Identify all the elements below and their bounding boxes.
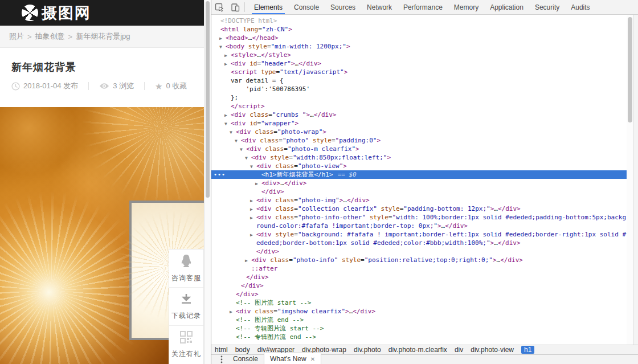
expand-arrow-open-icon[interactable]: ▼ [230,128,232,137]
devtools-tab-security[interactable]: Security [529,0,565,14]
dom-breadcrumb-item[interactable]: div [455,346,463,354]
expand-arrow-closed-icon[interactable]: ▶ [230,308,232,316]
site-logo[interactable]: 摄图网 [22,3,91,23]
dom-tree-node[interactable]: </div> [211,273,627,281]
dom-tree-node[interactable]: }; [211,93,627,102]
drawer-tab-whats-new[interactable]: What's New ✕ [264,353,321,364]
dom-tree-node[interactable]: </div> [211,290,627,298]
expand-arrow-closed-icon[interactable]: ▶ [219,34,222,43]
dom-breadcrumb-item[interactable]: h1 [521,346,534,354]
dom-tree-node[interactable]: <!-- 专辑图片流 end --> [211,333,627,341]
dom-breadcrumb-item[interactable]: div.photo-view [471,346,514,354]
devtools-tab-application[interactable]: Application [484,0,529,14]
devtools-tab-elements[interactable]: Elements [248,0,288,14]
code-token: <div [231,111,250,118]
dom-tree-node[interactable]: ▶<div class="photo-img">…</div> [211,196,627,205]
devtools-tab-sources[interactable]: Sources [325,0,361,14]
dom-tree-node[interactable]: ▼<div class="photo-view"> [211,162,627,170]
dom-tree-node[interactable]: ▶<div>…</div> [211,179,627,187]
code-token: = [289,154,293,161]
code-token: <!-- 图片流 start --> [236,299,311,306]
devtools-tab-memory[interactable]: Memory [448,0,484,14]
devtools-tab-performance[interactable]: Performance [398,0,448,14]
dom-tree-node[interactable]: ▶<div class="crumbs ">…</div> [211,111,627,119]
page-scrollbar-thumb[interactable] [206,1,210,198]
device-toolbar-button[interactable] [227,0,243,14]
dom-tree-node-selected[interactable]: •••<h1>新年烟花背景</h1>== $0 [211,170,627,179]
dom-tree-node[interactable]: ▶<div class="imgshow clearfix">…</div> [211,307,627,316]
qr-code-icon [180,331,193,346]
dom-tree-node[interactable]: <script type="text/javascript"> [211,68,627,76]
dom-breadcrumb-item[interactable]: div.photo-m.clearfix [388,346,447,354]
dom-tree-node[interactable]: </div> [211,247,627,256]
expand-arrow-closed-icon[interactable]: ▶ [250,231,253,239]
download-history-button[interactable]: 下载记录 [169,288,203,326]
expand-arrow-open-icon[interactable]: ▼ [235,137,238,145]
dom-tree-node[interactable]: </div> [211,281,627,290]
expand-arrow-open-icon[interactable]: ▼ [219,43,222,51]
devtools-tab-audits[interactable]: Audits [565,0,595,14]
follow-gift-button[interactable]: 关注有礼 [169,326,203,364]
star-icon[interactable]: ★ [155,82,162,91]
dom-tree-node[interactable]: <!DOCTYPE html> [211,17,627,25]
dom-tree-node[interactable]: 'pid':'500786395' [211,85,627,93]
selected-node-dots-icon[interactable]: ••• [214,170,226,179]
dom-tree-node[interactable]: <!-- 图片流 end --> [211,316,627,324]
code-token: … [280,179,284,187]
dom-tree-node[interactable]: ▶<head>…</head> [211,34,627,42]
dom-tree-node[interactable]: </div> [211,187,627,196]
dom-tree-node[interactable]: ▼<body style="min-width: 1200px;"> [211,42,627,51]
expand-arrow-closed-icon[interactable]: ▶ [224,111,227,120]
drawer-menu-icon[interactable] [216,355,227,364]
code-token: style [313,137,332,144]
expand-arrow-closed-icon[interactable]: ▶ [255,179,258,188]
code-token: </h1> [314,171,333,178]
devtools-tab-network[interactable]: Network [361,0,398,14]
dom-tree-node[interactable]: <!-- 图片流 start --> [211,298,627,307]
expand-arrow-open-icon[interactable]: ▼ [240,145,243,154]
expand-arrow-closed-icon[interactable]: ▶ [245,256,248,265]
dom-tree-node[interactable]: var detail = { [211,76,627,85]
dom-tree-node[interactable]: ▶<style>…</style> [211,51,627,59]
dom-tree-node[interactable]: ▼<div style="width:850px;float:left;"> [211,153,627,162]
camera-aperture-icon [22,5,38,21]
dom-breadcrumb-item[interactable]: html [215,346,228,354]
close-icon[interactable]: ✕ [310,356,315,362]
dom-tree-node[interactable]: </script> [211,102,627,111]
expand-arrow-closed-icon[interactable]: ▶ [250,205,253,214]
breadcrumb-item[interactable]: 照片 [9,31,24,42]
devtools-scrollbar[interactable] [627,15,633,345]
dom-tree-node[interactable]: <html lang="zh-CN"> [211,25,627,34]
customer-service-button[interactable]: 咨询客服 [169,250,203,288]
expand-arrow-closed-icon[interactable]: ▶ [224,60,227,68]
dom-tree-node[interactable]: ▼<div id="wrapper"> [211,119,627,128]
breadcrumb-item[interactable]: 抽象创意 [35,31,65,42]
expand-arrow-closed-icon[interactable]: ▶ [224,51,227,60]
devtools-tab-console[interactable]: Console [288,0,325,14]
dom-tree-node[interactable]: ▼<div class="photo-wrap"> [211,128,627,136]
page-scrollbar[interactable] [204,0,211,364]
dom-breadcrumb-item[interactable]: div.photo [354,346,381,354]
code-token: 'pid':'500786395' [231,85,310,93]
expand-arrow-open-icon[interactable]: ▼ [245,154,248,162]
dom-tree-node[interactable]: ▶<div style="background: #fafafa ! impor… [211,230,627,247]
dom-tree-node[interactable]: ▶<div id="header">…</div> [211,59,627,68]
dom-tree-node[interactable]: ▶<div class="photo-info" style="position… [211,256,627,264]
dom-tree-node[interactable]: ::after [211,264,627,273]
dom-tree-node[interactable]: ▼<div class="photo-m clearfix"> [211,145,627,153]
code-token: style [248,43,267,50]
dom-breadcrumb-item[interactable]: body [235,346,250,354]
dom-tree-node[interactable]: ▶<div class="photo-info-other" style="wi… [211,213,627,230]
devtools-scrollbar-thumb[interactable] [628,17,632,122]
inspect-element-button[interactable] [211,0,227,14]
breadcrumb-item[interactable]: 新年烟花背景jpg [76,31,130,42]
expand-arrow-closed-icon[interactable]: ▶ [250,214,253,222]
expand-arrow-closed-icon[interactable]: ▶ [250,197,253,205]
drawer-tab-console[interactable]: Console [227,353,264,364]
dom-tree-node[interactable]: ▼<div class="photo" style="padding:0"> [211,136,627,145]
code-token: … [494,239,498,247]
expand-arrow-open-icon[interactable]: ▼ [250,162,253,171]
dom-tree-node[interactable]: <!-- 专辑图片流 start --> [211,324,627,333]
dom-tree-node[interactable]: ▶<div class="collection clearfix" style=… [211,205,627,213]
expand-arrow-open-icon[interactable]: ▼ [224,120,227,128]
